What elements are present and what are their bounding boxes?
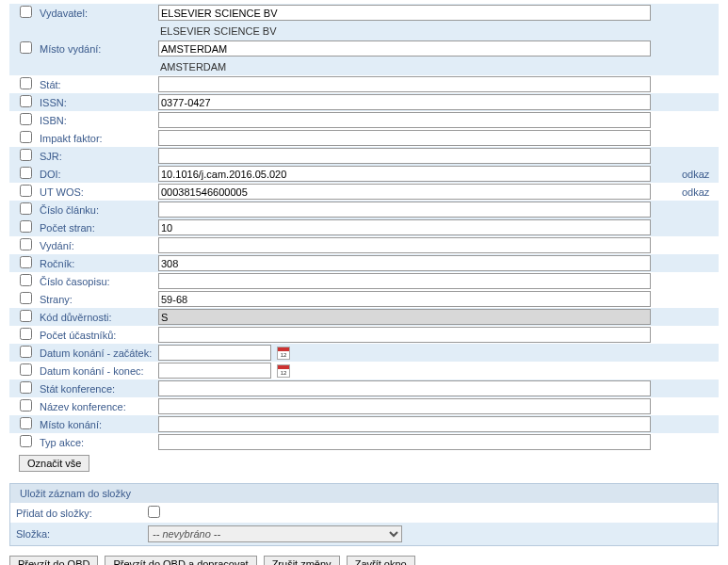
close-window-button[interactable]: Zavřít okno [347,556,415,565]
label-participants: Počet účastníků: [36,326,158,344]
row-checkbox-place[interactable] [20,41,32,54]
input-volume[interactable] [158,255,651,271]
take-to-obd-button[interactable]: Převzít do OBD [9,556,98,565]
label-pages: Počet stran: [36,218,158,236]
input-conf_place[interactable] [158,416,651,432]
row-checkbox-volume[interactable] [20,256,32,268]
input-conf_code [158,309,651,325]
link-utwos[interactable]: odkaz [682,186,709,198]
label-volume: Ročník: [36,254,158,272]
select-all-button[interactable]: Označit vše [19,455,89,472]
label-event_type: Typ akce: [36,433,158,451]
input-place[interactable] [158,40,651,56]
label-articleno: Číslo článku: [36,201,158,218]
label-date_end: Datum konání - konec: [36,362,158,379]
row-checkbox-conf_place[interactable] [20,417,32,429]
row-checkbox-isbn[interactable] [20,113,32,125]
input-utwos[interactable] [158,184,651,200]
row-checkbox-utwos[interactable] [20,185,32,197]
label-place: Místo vydání: [36,40,158,57]
panel-title: Uložit záznam do složky [10,484,718,503]
row-checkbox-impact[interactable] [20,131,32,143]
calendar-icon[interactable] [277,347,290,360]
row-checkbox-issue[interactable] [20,274,32,286]
input-state[interactable] [158,76,651,92]
label-issue: Číslo časopisu: [36,272,158,290]
label-edition: Vydání: [36,236,158,254]
cancel-changes-button[interactable]: Zrušit změny [264,556,340,565]
row-checkbox-conf_code[interactable] [20,310,32,322]
label-date_start: Datum konání - začátek: [36,344,158,362]
row-checkbox-edition[interactable] [20,238,32,250]
label-publisher: Vydavatel: [36,4,158,22]
take-to-obd-edit-button[interactable]: Převzít do OBD a dopracovat [105,556,256,565]
input-isbn[interactable] [158,112,651,128]
label-conf_code: Kód důvěrnosti: [36,308,158,326]
input-date_start[interactable] [158,345,271,361]
input-sjr[interactable] [158,148,651,164]
folder-label: Složka: [16,528,148,540]
input-impact[interactable] [158,130,651,146]
row-checkbox-date_start[interactable] [20,346,32,358]
label-isbn: ISBN: [36,111,158,129]
input-issue[interactable] [158,273,651,289]
add-to-folder-label: Přidat do složky: [16,508,148,519]
row-checkbox-state[interactable] [20,77,32,89]
label-conf_place: Místo konání: [36,415,158,433]
display-publisher: ELSEVIER SCIENCE BV [158,25,277,37]
row-checkbox-publisher[interactable] [20,6,32,18]
input-publisher[interactable] [158,5,651,21]
input-event_type[interactable] [158,434,651,450]
input-participants[interactable] [158,327,651,343]
input-conf_name[interactable] [158,398,651,414]
save-to-folder-panel: Uložit záznam do složky Přidat do složky… [9,483,719,546]
label-impact: Impakt faktor: [36,129,158,147]
row-checkbox-range[interactable] [20,292,32,304]
row-checkbox-issn[interactable] [20,95,32,107]
add-to-folder-checkbox[interactable] [148,506,160,518]
form-table: Vydavatel:ELSEVIER SCIENCE BVMísto vydán… [9,4,719,451]
row-checkbox-articleno[interactable] [20,202,32,215]
input-pages[interactable] [158,219,651,235]
label-utwos: UT WOS: [36,183,158,201]
row-checkbox-date_end[interactable] [20,363,32,376]
input-issn[interactable] [158,94,651,110]
row-checkbox-pages[interactable] [20,220,32,233]
input-date_end[interactable] [158,363,271,379]
input-articleno[interactable] [158,202,651,218]
row-checkbox-conf_name[interactable] [20,399,32,412]
row-checkbox-event_type[interactable] [20,435,32,447]
label-conf_state: Stát konference: [36,379,158,397]
row-checkbox-conf_state[interactable] [20,381,32,394]
link-doi[interactable]: odkaz [682,169,709,180]
row-checkbox-participants[interactable] [20,328,32,340]
calendar-icon[interactable] [277,364,290,378]
label-state: Stát: [36,75,158,93]
label-range: Strany: [36,290,158,308]
label-conf_name: Název konference: [36,397,158,415]
input-conf_state[interactable] [158,380,651,396]
row-checkbox-sjr[interactable] [20,149,32,161]
label-issn: ISSN: [36,93,158,111]
row-checkbox-doi[interactable] [20,167,32,179]
input-edition[interactable] [158,237,651,253]
input-doi[interactable] [158,166,651,182]
label-sjr: SJR: [36,147,158,165]
display-place: AMSTERDAM [158,61,226,73]
input-range[interactable] [158,291,651,307]
folder-select[interactable]: -- nevybráno -- [148,525,402,542]
label-doi: DOI: [36,165,158,183]
